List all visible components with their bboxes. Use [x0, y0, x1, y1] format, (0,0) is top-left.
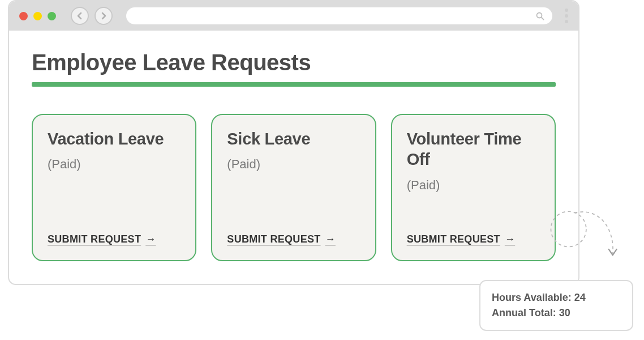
- search-icon: [536, 12, 544, 20]
- address-bar[interactable]: [126, 7, 552, 24]
- dots-icon: [565, 8, 568, 12]
- browser-toolbar: [9, 1, 578, 31]
- browser-window: Employee Leave Requests Vacation Leave (…: [8, 0, 579, 285]
- card-action: SUBMIT REQUEST →: [48, 218, 181, 245]
- arrow-right-icon: →: [145, 233, 156, 245]
- card-vacation-leave: Vacation Leave (Paid) SUBMIT REQUEST →: [32, 114, 196, 261]
- window-controls: [19, 12, 56, 20]
- card-title: Sick Leave: [227, 129, 360, 149]
- hours-available-line: Hours Available: 24: [492, 290, 621, 305]
- page-title: Employee Leave Requests: [32, 50, 556, 75]
- browser-menu-button[interactable]: [565, 8, 568, 23]
- svg-line-1: [542, 17, 544, 19]
- card-subtitle: (Paid): [407, 178, 540, 193]
- card-title: Vacation Leave: [48, 129, 181, 149]
- hours-tooltip: Hours Available: 24 Annual Total: 30: [479, 280, 633, 331]
- nav-buttons: [71, 7, 113, 25]
- page-content: Employee Leave Requests Vacation Leave (…: [9, 31, 578, 284]
- card-title: Volunteer Time Off: [407, 129, 540, 170]
- card-subtitle: (Paid): [227, 157, 360, 172]
- card-subtitle: (Paid): [48, 157, 181, 172]
- minimize-window-button[interactable]: [33, 12, 42, 20]
- submit-request-link[interactable]: SUBMIT REQUEST →: [407, 233, 516, 245]
- title-underline: [32, 82, 556, 87]
- chevron-left-icon: [77, 12, 83, 20]
- zoom-window-button[interactable]: [48, 12, 56, 20]
- close-window-button[interactable]: [19, 12, 28, 20]
- submit-request-label: SUBMIT REQUEST: [227, 233, 320, 245]
- leave-cards: Vacation Leave (Paid) SUBMIT REQUEST → S…: [32, 114, 556, 261]
- card-action: SUBMIT REQUEST →: [227, 218, 360, 245]
- back-button[interactable]: [71, 7, 89, 25]
- card-action: SUBMIT REQUEST →: [407, 218, 540, 245]
- chevron-right-icon: [101, 12, 106, 20]
- forward-button[interactable]: [95, 7, 113, 25]
- arrow-right-icon: →: [325, 233, 336, 245]
- submit-request-link[interactable]: SUBMIT REQUEST →: [227, 233, 336, 245]
- card-sick-leave: Sick Leave (Paid) SUBMIT REQUEST →: [211, 114, 376, 261]
- submit-request-link[interactable]: SUBMIT REQUEST →: [48, 233, 156, 245]
- annual-total-line: Annual Total: 30: [492, 305, 621, 321]
- dots-icon: [565, 20, 568, 23]
- dots-icon: [565, 14, 568, 18]
- submit-request-label: SUBMIT REQUEST: [407, 233, 500, 245]
- submit-request-label: SUBMIT REQUEST: [48, 233, 141, 245]
- arrow-right-icon: →: [505, 233, 515, 245]
- card-volunteer-time-off: Volunteer Time Off (Paid) SUBMIT REQUEST…: [391, 114, 556, 261]
